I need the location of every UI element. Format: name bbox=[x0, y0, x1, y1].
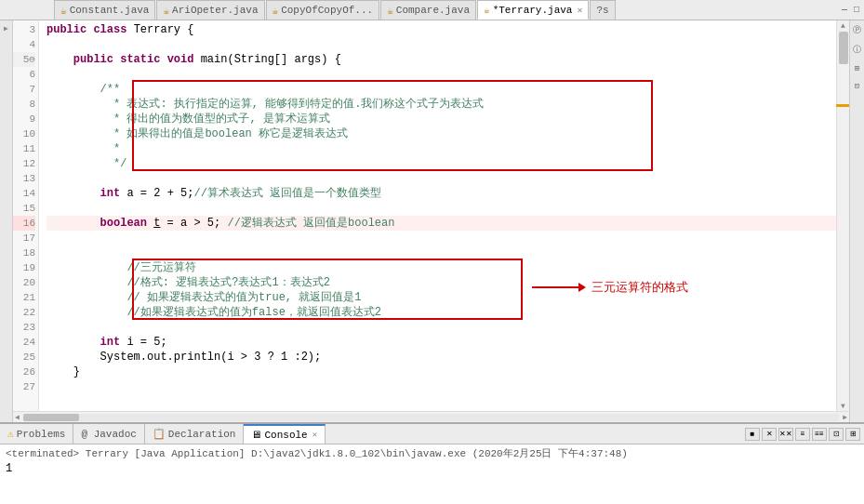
bottom-tab-label: Declaration bbox=[168, 429, 236, 440]
right-icon-4: ⊡ bbox=[855, 81, 859, 91]
scrollbar-down-arrow[interactable]: ▼ bbox=[837, 401, 849, 411]
console-content: <terminated> Terrary [Java Application] … bbox=[0, 444, 864, 504]
code-line bbox=[47, 201, 836, 216]
toolbar-btn-close-all[interactable]: ✕✕ bbox=[778, 428, 793, 441]
code-line: int a = 2 + 5;//算术表达式 返回值是一个数值类型 bbox=[47, 186, 836, 201]
code-line: */ bbox=[47, 156, 836, 171]
code-line bbox=[47, 37, 836, 52]
code-line: //三元运算符 bbox=[47, 260, 836, 275]
line-num: 8 bbox=[13, 97, 35, 112]
bottom-toolbar: ■ ✕ ✕✕ ≡ ≡≡ ⊡ ⊞ bbox=[745, 424, 864, 444]
right-icon-2: ⓘ bbox=[853, 44, 861, 56]
h-scroll-thumb[interactable] bbox=[23, 414, 79, 421]
java-icon: ☕ bbox=[272, 5, 279, 17]
code-line: public static void main(String[] args) { bbox=[47, 52, 836, 67]
line-num: 12 bbox=[13, 156, 35, 171]
java-icon: ☕ bbox=[484, 4, 490, 16]
problems-icon: ⚠ bbox=[7, 428, 14, 440]
bottom-tab-declaration[interactable]: 📋 Declaration bbox=[145, 424, 245, 444]
code-line bbox=[47, 320, 836, 335]
left-icon-1: ▶ bbox=[4, 24, 8, 33]
code-line bbox=[47, 171, 836, 186]
right-icon-1: Ⓟ bbox=[853, 24, 861, 36]
h-scrollbar[interactable]: ◀ ▶ bbox=[13, 411, 849, 422]
line-num: 24 bbox=[13, 335, 35, 350]
annotation-arrow: 三元运算符的格式 bbox=[532, 280, 688, 295]
bottom-tab-label: Console bbox=[264, 430, 307, 441]
code-line bbox=[47, 231, 836, 245]
line-num: 5⊖ bbox=[13, 52, 35, 67]
tab-close-icon[interactable]: ✕ bbox=[312, 430, 317, 440]
right-scrollbar[interactable]: ▲ ▼ bbox=[836, 20, 849, 411]
toolbar-btn-pin[interactable]: ≡ bbox=[795, 428, 810, 441]
ide-window: ☕ Constant.java ☕ AriOpeter.java ☕ CopyO… bbox=[0, 0, 864, 504]
tab-label: *Terrary.java bbox=[493, 5, 573, 16]
scrollbar-thumb[interactable] bbox=[839, 32, 848, 64]
code-line: //如果逻辑表达式的值为false，就返回值表达式2 bbox=[47, 305, 836, 320]
tab-constant[interactable]: ☕ Constant.java bbox=[54, 0, 155, 20]
minimize-icon[interactable]: — bbox=[839, 5, 850, 15]
toolbar-btn-max[interactable]: ⊞ bbox=[845, 428, 860, 441]
annotation-text: 三元运算符的格式 bbox=[592, 280, 688, 295]
tab-bar: ☕ Constant.java ☕ AriOpeter.java ☕ CopyO… bbox=[0, 0, 864, 20]
code-line: * 得出的值为数值型的式子, 是算术运算式 bbox=[47, 112, 836, 126]
declaration-icon: 📋 bbox=[153, 428, 166, 440]
toolbar-btn-menu[interactable]: ≡≡ bbox=[812, 428, 827, 441]
bottom-tab-label: Problems bbox=[17, 429, 66, 440]
line-num: 15 bbox=[13, 201, 35, 216]
tab-label: AriOpeter.java bbox=[172, 5, 258, 16]
line-num: 17 bbox=[13, 231, 35, 245]
console-icon: 🖥 bbox=[251, 429, 261, 441]
code-line: * 表达式: 执行指定的运算, 能够得到特定的值.我们称这个式子为表达式 bbox=[47, 97, 836, 112]
java-icon: ☕ bbox=[387, 5, 393, 17]
tab-extra[interactable]: ?s bbox=[590, 0, 615, 20]
right-panel: Ⓟ ⓘ ⊞ ⊡ bbox=[849, 20, 864, 422]
line-num: 7 bbox=[13, 82, 35, 97]
bottom-tab-javadoc[interactable]: @ Javadoc bbox=[73, 424, 144, 444]
line-num: 11 bbox=[13, 141, 35, 156]
line-num: 20 bbox=[13, 275, 35, 290]
h-scroll-right[interactable]: ▶ bbox=[841, 413, 849, 421]
code-line: } bbox=[47, 365, 836, 379]
right-icon-3: ⊞ bbox=[855, 63, 859, 73]
code-line: System.out.println(i > 3 ? 1 :2); bbox=[47, 350, 836, 365]
tab-label: CopyOfCopyOf... bbox=[281, 5, 373, 16]
code-line bbox=[47, 245, 836, 260]
bottom-tab-problems[interactable]: ⚠ Problems bbox=[0, 424, 73, 444]
line-num: 6 bbox=[13, 67, 35, 82]
line-num: 23 bbox=[13, 320, 35, 335]
line-num: 9 bbox=[13, 112, 35, 126]
maximize-icon[interactable]: □ bbox=[851, 5, 862, 15]
h-scroll-left[interactable]: ◀ bbox=[13, 413, 21, 421]
line-num: 21 bbox=[13, 290, 35, 305]
code-line: /** bbox=[47, 82, 836, 97]
bottom-tab-console[interactable]: 🖥 Console ✕ bbox=[244, 424, 326, 444]
java-icon: ☕ bbox=[60, 5, 67, 17]
line-num: 26 bbox=[13, 365, 35, 379]
code-line: int i = 5; bbox=[47, 335, 836, 350]
code-line: public class Terrary { bbox=[47, 22, 836, 37]
tab-ariopeter[interactable]: ☕ AriOpeter.java bbox=[156, 0, 264, 20]
tab-label: ?s bbox=[596, 5, 608, 16]
tab-close-icon[interactable]: ✕ bbox=[577, 5, 582, 16]
line-num: 19 bbox=[13, 260, 35, 275]
output-line: 1 bbox=[6, 461, 858, 476]
tab-compare[interactable]: ☕ Compare.java bbox=[380, 0, 476, 20]
toolbar-btn-close[interactable]: ✕ bbox=[762, 428, 777, 441]
line-num: 27 bbox=[13, 379, 35, 394]
code-editor[interactable]: public class Terrary { public static voi… bbox=[39, 20, 836, 411]
toolbar-btn-stop[interactable]: ■ bbox=[745, 428, 760, 441]
bottom-panel: ⚠ Problems @ Javadoc 📋 Declaration 🖥 Con… bbox=[0, 422, 864, 504]
code-line: // 如果逻辑表达式的值为true, 就返回值是1 bbox=[47, 290, 836, 305]
editor-area[interactable]: 3 4 5⊖ 6 7 8 9 10 11 12 13 14 15 16 17 1… bbox=[13, 20, 849, 422]
line-num: 10 bbox=[13, 126, 35, 141]
code-line: boolean t = a > 5; //逻辑表达式 返回值是boolean bbox=[47, 216, 836, 231]
tab-copyofcopy[interactable]: ☕ CopyOfCopyOf... bbox=[266, 0, 380, 20]
line-num: 18 bbox=[13, 245, 35, 260]
code-line: * bbox=[47, 141, 836, 156]
activity-bar: ▶ bbox=[0, 20, 13, 422]
scrollbar-up-arrow[interactable]: ▲ bbox=[837, 20, 849, 31]
toolbar-btn-min[interactable]: ⊡ bbox=[829, 428, 844, 441]
tab-terrary[interactable]: ☕ *Terrary.java ✕ bbox=[477, 0, 589, 20]
scrollbar-marker bbox=[836, 104, 849, 107]
